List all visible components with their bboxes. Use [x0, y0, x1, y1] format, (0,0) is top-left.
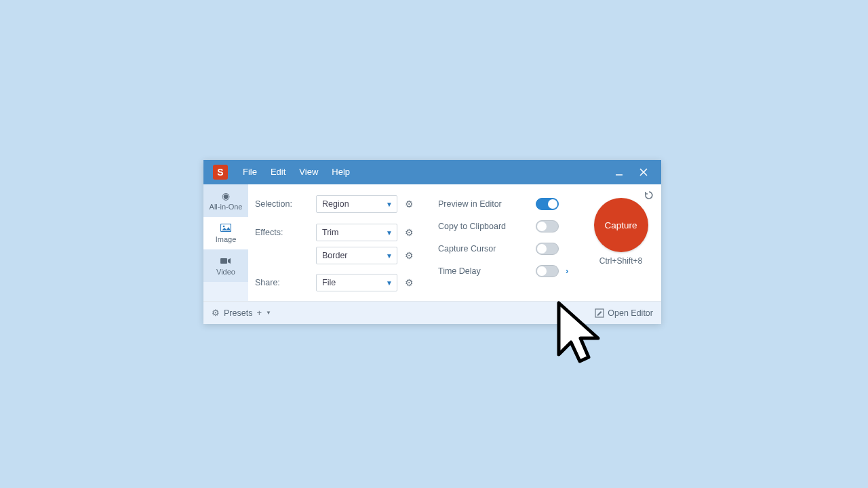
title-bar: S File Edit View Help: [203, 160, 661, 184]
video-icon: [220, 256, 231, 266]
tab-label: All-in-One: [210, 203, 243, 211]
svg-point-4: [223, 226, 225, 228]
selection-row: Selection: Region ▼ ⚙: [255, 192, 425, 216]
selection-label: Selection:: [255, 199, 311, 209]
capture-button[interactable]: Capture: [594, 198, 648, 252]
settings-panel: Selection: Region ▼ ⚙ Effects: Trim ▼ ⚙: [248, 184, 661, 301]
options-column: Selection: Region ▼ ⚙ Effects: Trim ▼ ⚙: [255, 192, 425, 294]
gear-icon: ⚙: [405, 227, 414, 238]
undo-icon: [644, 190, 654, 201]
toggles-column: Preview in Editor › Copy to Clipboard › …: [438, 192, 574, 294]
chevron-down-icon: ▼: [386, 279, 393, 287]
minimize-icon: [615, 168, 623, 176]
gear-icon: ⚙: [212, 308, 220, 318]
dropdown-value: File: [322, 278, 386, 287]
preview-toggle[interactable]: [536, 198, 559, 210]
share-row: Share: File ▼ ⚙: [255, 271, 425, 294]
edit-icon: [595, 308, 604, 318]
tab-label: Image: [216, 235, 237, 243]
chevron-down-icon: ▼: [386, 252, 393, 260]
selection-settings-button[interactable]: ⚙: [403, 195, 415, 213]
capture-column: Capture Ctrl+Shift+8: [587, 192, 654, 294]
chevron-down-icon: ▼: [386, 229, 393, 237]
clipboard-row: Copy to Clipboard ›: [438, 215, 574, 237]
gear-icon: ⚙: [405, 277, 414, 288]
presets-button[interactable]: Presets: [224, 308, 252, 318]
add-preset-button[interactable]: +: [256, 308, 262, 318]
tab-all-in-one[interactable]: ◉ All-in-One: [203, 184, 248, 217]
reset-button[interactable]: [644, 190, 654, 203]
menu-file[interactable]: File: [236, 160, 264, 184]
toggle-label: Preview in Editor: [438, 199, 529, 209]
app-window: S File Edit View Help ◉ All-in-One Image: [203, 160, 661, 324]
selection-dropdown[interactable]: Region ▼: [316, 195, 397, 213]
dropdown-value: Region: [322, 199, 386, 209]
gear-icon: ⚙: [405, 199, 414, 209]
cursor-toggle[interactable]: [536, 243, 559, 255]
open-editor-button[interactable]: Open Editor: [595, 308, 653, 318]
effects-row-2: Border ▼ ⚙: [316, 244, 425, 267]
chevron-down-icon[interactable]: ▼: [266, 310, 271, 316]
footer-bar: ⚙ Presets + ▼ Open Editor: [203, 301, 661, 324]
gear-icon: ⚙: [405, 250, 414, 261]
effects-label: Effects:: [255, 228, 311, 237]
effect1-settings-button[interactable]: ⚙: [403, 224, 415, 241]
clipboard-toggle[interactable]: [536, 220, 559, 232]
svg-rect-5: [220, 258, 227, 264]
close-button[interactable]: [631, 160, 656, 184]
cursor-row: Capture Cursor ›: [438, 237, 574, 260]
target-icon: ◉: [222, 190, 230, 201]
toggle-label: Capture Cursor: [438, 244, 529, 253]
app-logo-icon: S: [213, 165, 228, 180]
tab-image[interactable]: Image: [203, 217, 248, 249]
toggle-label: Time Delay: [438, 266, 529, 276]
delay-expand-button[interactable]: ›: [566, 266, 574, 276]
image-icon: [220, 223, 231, 234]
capture-type-tabs: ◉ All-in-One Image Video: [203, 184, 248, 301]
capture-hotkey: Ctrl+Shift+8: [587, 256, 654, 266]
dropdown-value: Border: [322, 251, 386, 260]
menu-view[interactable]: View: [292, 160, 325, 184]
capture-label: Capture: [604, 220, 637, 230]
effect-dropdown-2[interactable]: Border ▼: [316, 247, 397, 264]
effect-dropdown-1[interactable]: Trim ▼: [316, 224, 397, 241]
tab-label: Video: [216, 268, 235, 276]
close-icon: [639, 168, 648, 176]
window-body: ◉ All-in-One Image Video Selection: [203, 184, 661, 301]
share-label: Share:: [255, 278, 311, 287]
menu-help[interactable]: Help: [325, 160, 357, 184]
effect2-settings-button[interactable]: ⚙: [403, 247, 415, 264]
toggle-label: Copy to Clipboard: [438, 222, 529, 231]
share-settings-button[interactable]: ⚙: [403, 274, 415, 291]
preview-row: Preview in Editor ›: [438, 192, 574, 215]
open-editor-label: Open Editor: [608, 308, 653, 318]
tab-video[interactable]: Video: [203, 249, 248, 282]
menu-edit[interactable]: Edit: [264, 160, 292, 184]
dropdown-value: Trim: [322, 228, 386, 237]
chevron-down-icon: ▼: [386, 201, 393, 208]
effects-row: Effects: Trim ▼ ⚙: [255, 221, 425, 244]
delay-toggle[interactable]: [536, 265, 559, 277]
share-dropdown[interactable]: File ▼: [316, 274, 397, 291]
minimize-button[interactable]: [607, 160, 631, 184]
delay-row: Time Delay ›: [438, 260, 574, 282]
